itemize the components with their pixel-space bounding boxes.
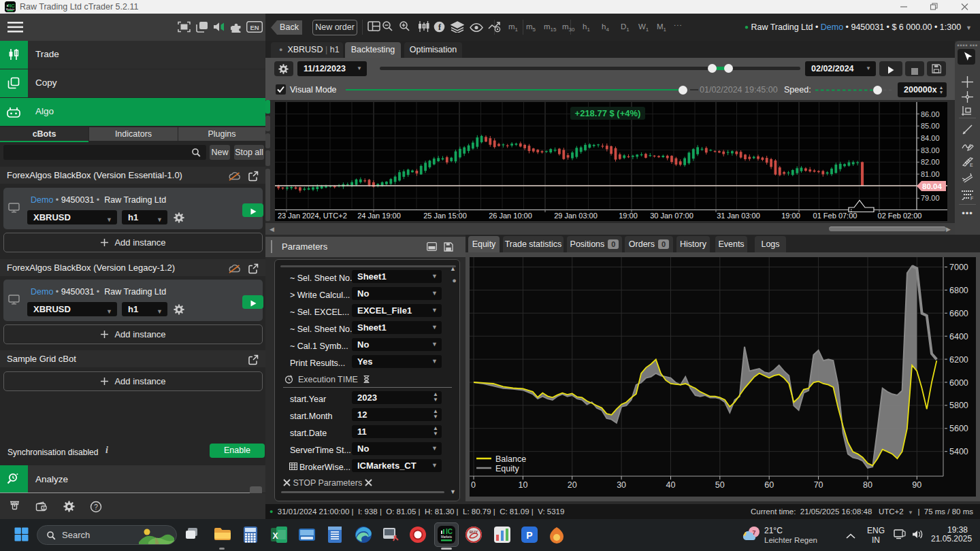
- svg-text:40: 40: [666, 480, 676, 490]
- svg-text:6400: 6400: [949, 332, 968, 341]
- svg-text:5800: 5800: [949, 401, 968, 410]
- svg-text:80.04: 80.04: [922, 182, 942, 190]
- svg-text:Markets: Markets: [441, 535, 453, 539]
- svg-text:6200: 6200: [949, 355, 968, 365]
- svg-text:85.00: 85.00: [921, 122, 940, 130]
- svg-text:E: E: [970, 163, 973, 167]
- svg-text:26 Jan 10:00: 26 Jan 10:00: [489, 212, 532, 220]
- svg-text:6800: 6800: [949, 286, 968, 295]
- svg-text:7000: 7000: [949, 263, 968, 272]
- svg-text:80: 80: [863, 480, 872, 490]
- svg-text:24 Jan 19:00: 24 Jan 19:00: [357, 212, 401, 220]
- svg-text:20: 20: [568, 480, 577, 490]
- svg-text:25 Jan 15:00: 25 Jan 15:00: [423, 212, 467, 220]
- svg-text:19:00: 19:00: [619, 212, 638, 220]
- svg-text:60: 60: [764, 480, 774, 490]
- svg-text:10: 10: [518, 480, 527, 490]
- svg-text:6000: 6000: [949, 378, 968, 388]
- svg-text:5600: 5600: [949, 424, 968, 433]
- svg-text:6600: 6600: [949, 309, 968, 318]
- svg-text:29 Jan 03:00: 29 Jan 03:00: [554, 212, 598, 220]
- svg-text:X: X: [272, 531, 278, 541]
- svg-text:30 Jan 07:00: 30 Jan 07:00: [650, 212, 693, 220]
- svg-text:EN: EN: [250, 24, 259, 31]
- svg-text:Equity: Equity: [495, 464, 519, 473]
- svg-text:+218.77 $ (+4%): +218.77 $ (+4%): [575, 108, 641, 118]
- svg-text:Markets: Markets: [6, 8, 15, 11]
- svg-text:Balance: Balance: [495, 454, 526, 464]
- svg-text:50: 50: [715, 480, 725, 490]
- svg-text:19:00: 19:00: [781, 212, 800, 220]
- svg-text:BUY: BUY: [470, 530, 478, 534]
- svg-text:IC: IC: [446, 528, 453, 535]
- svg-text:?: ?: [94, 503, 98, 511]
- svg-text:0: 0: [471, 480, 476, 490]
- svg-text:01 Feb 07:00: 01 Feb 07:00: [813, 212, 858, 220]
- svg-text:5400: 5400: [949, 447, 968, 456]
- svg-text:02 Feb 02:00: 02 Feb 02:00: [878, 212, 922, 220]
- svg-text:31 Jan 03:00: 31 Jan 03:00: [717, 212, 760, 220]
- svg-text:83.00: 83.00: [921, 146, 940, 154]
- svg-text:23 Jan 2024, UTC+2: 23 Jan 2024, UTC+2: [278, 212, 347, 220]
- svg-text:81.00: 81.00: [921, 170, 940, 178]
- svg-text:86.00: 86.00: [921, 110, 940, 118]
- svg-text:70: 70: [814, 480, 823, 490]
- svg-text:79.00: 79.00: [921, 194, 940, 202]
- svg-text:F: F: [970, 196, 973, 201]
- svg-text:P: P: [526, 530, 532, 541]
- svg-text:30: 30: [617, 480, 626, 490]
- svg-text:90: 90: [912, 480, 921, 490]
- svg-text:82.00: 82.00: [921, 158, 940, 166]
- svg-text:84.00: 84.00: [921, 134, 940, 142]
